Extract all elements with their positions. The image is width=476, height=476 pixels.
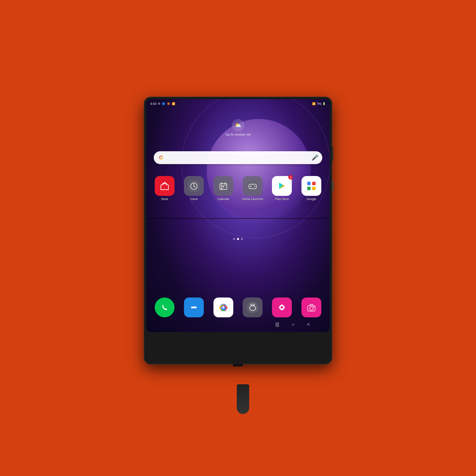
flower-icon-svg — [276, 302, 288, 313]
bluetooth-icon: 🔵 — [162, 102, 165, 105]
app-icon-messages — [184, 298, 204, 317]
svg-rect-14 — [247, 180, 258, 192]
side-button — [332, 146, 333, 161]
svg-point-36 — [222, 306, 224, 308]
play-store-badge: 1 — [288, 175, 293, 179]
app-icon-play-store: 1 — [272, 176, 292, 196]
camera-icon-svg — [306, 302, 317, 313]
page-dot-1 — [233, 238, 235, 240]
app-label-clock: Clock — [190, 197, 198, 201]
clock-icon-svg — [188, 180, 200, 192]
page-dots — [233, 238, 243, 240]
play-store-icon-svg — [276, 180, 288, 192]
app-label-game-launcher: Game Launcher — [242, 197, 263, 201]
google-search-bar[interactable]: G 🎤 — [154, 151, 322, 164]
do-not-disturb-icon: 🔕 — [167, 102, 170, 105]
app-label-google: Google — [306, 197, 316, 201]
nav-bar: ||| ○ < — [146, 318, 330, 330]
mic-icon[interactable]: 🎤 — [312, 154, 318, 161]
wifi-icon: 📶 — [172, 102, 175, 105]
app-item-calendar[interactable]: Calendar — [210, 176, 237, 201]
app-icon-unknown — [243, 298, 263, 317]
status-bar: 4:03 ⚙ 🔵 🔕 📶 📶 7% 🔋 — [146, 99, 330, 108]
app-item-clock[interactable]: Clock — [180, 176, 207, 201]
dock-item-unknown[interactable] — [239, 298, 266, 317]
phone-screen: 4:03 ⚙ 🔵 🔕 📶 📶 7% 🔋 ⛅ Tap for weather in… — [146, 99, 330, 332]
battery-icon: 🔋 — [322, 102, 326, 105]
weather-icon-container: ⛅ — [232, 119, 244, 131]
svg-point-19 — [255, 186, 256, 187]
app-icon-game-launcher — [243, 176, 263, 196]
status-time: 4:03 — [150, 102, 156, 106]
app-icon-phone — [155, 298, 175, 317]
app-item-google[interactable]: Google — [298, 176, 325, 201]
svg-rect-24 — [312, 182, 316, 185]
app-item-store[interactable]: Store — [151, 176, 178, 201]
dock-item-messages[interactable] — [180, 298, 207, 317]
android-icon-svg — [247, 302, 258, 313]
app-label-play-store: Play Store — [275, 197, 289, 201]
back-icon[interactable]: < — [307, 322, 310, 327]
app-icon-google — [301, 176, 321, 196]
svg-point-27 — [159, 302, 170, 313]
battery-percent: 7% — [317, 102, 321, 106]
phone-device: 4:03 ⚙ 🔵 🔕 📶 📶 7% 🔋 ⛅ Tap for weather in… — [144, 97, 332, 364]
svg-rect-12 — [223, 186, 224, 187]
app-icon-flower — [272, 298, 292, 317]
svg-point-5 — [194, 186, 194, 187]
google-logo: G — [157, 154, 165, 162]
usb-port — [233, 364, 243, 366]
chrome-icon-svg — [218, 302, 229, 313]
weather-tap-text: Tap for weather info — [225, 133, 251, 136]
power-button — [332, 181, 334, 191]
status-left: 4:03 ⚙ 🔵 🔕 📶 — [150, 102, 175, 106]
dock-item-camera[interactable] — [298, 298, 325, 317]
calendar-icon-svg — [218, 180, 229, 192]
home-icon[interactable]: ○ — [292, 322, 295, 327]
svg-rect-11 — [221, 186, 222, 187]
svg-rect-25 — [307, 187, 311, 190]
usb-cable — [237, 384, 249, 414]
app-grid: Store Clock — [151, 176, 325, 201]
app-icon-camera — [301, 298, 321, 317]
svg-rect-53 — [306, 302, 317, 313]
app-label-calendar: Calendar — [217, 197, 229, 201]
svg-point-29 — [191, 306, 193, 308]
weather-widget[interactable]: ⛅ Tap for weather info — [225, 119, 251, 136]
game-launcher-icon-svg — [247, 180, 258, 192]
phone-icon-svg — [159, 302, 170, 313]
signal-icon: 📶 — [312, 102, 316, 105]
fold-crease — [146, 218, 330, 219]
svg-rect-23 — [307, 182, 311, 185]
svg-point-31 — [195, 306, 197, 308]
messages-icon-svg — [188, 302, 200, 313]
status-right: 📶 7% 🔋 — [312, 102, 326, 106]
app-icon-calendar — [213, 176, 233, 196]
app-icon-store — [155, 176, 175, 196]
page-dot-2 — [237, 238, 239, 240]
svg-point-30 — [193, 306, 195, 308]
svg-point-18 — [254, 186, 255, 186]
weather-icon: ⛅ — [235, 122, 241, 128]
svg-rect-37 — [247, 302, 258, 313]
settings-icon: ⚙ — [158, 102, 160, 105]
dock — [151, 298, 325, 317]
app-item-play-store[interactable]: 1 Play Stor — [268, 176, 295, 201]
app-item-game-launcher[interactable]: Game Launcher — [239, 176, 266, 201]
dock-item-chrome[interactable] — [210, 298, 237, 317]
dock-item-flower[interactable] — [268, 298, 295, 317]
svg-rect-26 — [312, 187, 316, 190]
recent-apps-icon[interactable]: ||| — [275, 322, 279, 327]
dock-item-phone[interactable] — [151, 298, 178, 317]
svg-point-52 — [281, 306, 283, 309]
app-icon-clock — [184, 176, 204, 196]
app-label-store: Store — [161, 197, 168, 201]
svg-rect-13 — [221, 188, 222, 189]
svg-point-56 — [313, 306, 314, 307]
app-icon-chrome — [213, 298, 233, 317]
page-dot-3 — [241, 238, 243, 240]
google-icon-svg — [306, 180, 317, 192]
svg-rect-6 — [218, 180, 229, 192]
store-icon-svg — [159, 180, 170, 192]
